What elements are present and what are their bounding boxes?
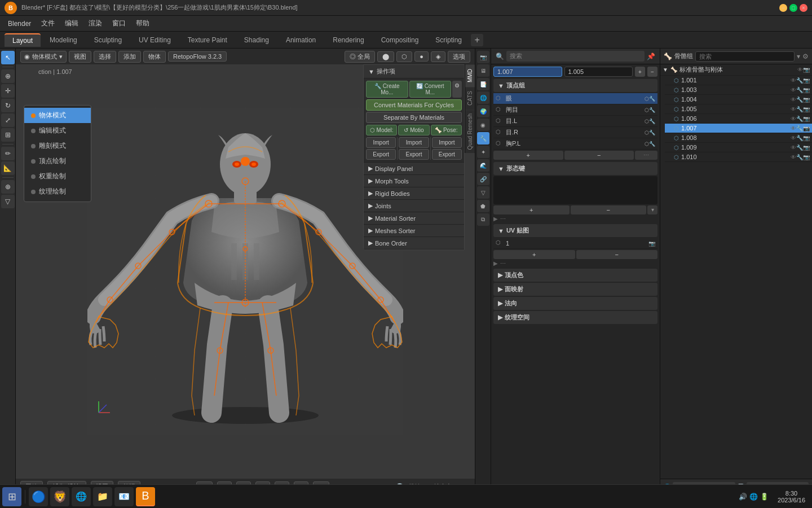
cursor-tool[interactable]: ⊕: [1, 69, 15, 83]
vis-icon[interactable]: 👁: [791, 116, 796, 122]
bone-order-header[interactable]: ▶ Bone Order: [364, 237, 464, 249]
scene-props-icon[interactable]: 🌐: [477, 91, 489, 104]
uv-item-1[interactable]: ⬡ 1 📷: [493, 238, 657, 249]
export-pose-btn[interactable]: Export: [432, 149, 462, 160]
joints-header[interactable]: ▶ Joints: [364, 200, 464, 212]
menu-help[interactable]: 帮助: [131, 17, 154, 30]
outliner-filter-icon[interactable]: ▾: [797, 52, 800, 60]
shading-solid-btn[interactable]: ●: [414, 51, 429, 62]
vertex-color-header[interactable]: ▶ 顶点色: [493, 269, 657, 282]
rotate-tool[interactable]: ↻: [1, 99, 15, 112]
output-props-icon[interactable]: 🖥: [477, 64, 489, 77]
menu-render[interactable]: 渲染: [84, 17, 107, 30]
add-tool[interactable]: ⊕: [1, 180, 15, 194]
world-props-icon[interactable]: 🌍: [477, 105, 489, 117]
active-obj-name[interactable]: 1.007: [493, 67, 562, 77]
tab-mmd[interactable]: MMD: [465, 64, 475, 87]
remove-sk-btn[interactable]: −: [571, 205, 647, 214]
outliner-item-1003[interactable]: ⬡ 1.003 👁 🔧 📷: [665, 85, 812, 95]
outliner-item-1005[interactable]: ⬡ 1.005 👁 🔧 📷: [665, 104, 812, 114]
vg-item-chest-l[interactable]: ⬡ 胸P.L ⬡🔧: [493, 138, 657, 150]
modifier-name[interactable]: 1.005: [564, 67, 633, 77]
camera-icon[interactable]: 📷: [803, 77, 810, 84]
menu-edit[interactable]: 编辑: [60, 17, 83, 30]
tab-scripting[interactable]: Scripting: [427, 34, 470, 46]
vis-icon[interactable]: 👁: [791, 154, 796, 160]
mode-item-vertex-paint[interactable]: 顶点绘制: [24, 154, 91, 169]
vis-icon[interactable]: 👁: [791, 77, 796, 84]
convert-materials-button[interactable]: Convert Materials For Cycles: [366, 99, 462, 111]
camera-icon[interactable]: 📷: [803, 135, 810, 141]
vg-item-eye-l[interactable]: ⬡ 目.L ⬡🔧: [493, 116, 657, 127]
select-menu[interactable]: 选择: [94, 51, 116, 63]
tab-uv-editing[interactable]: UV Editing: [131, 34, 179, 46]
import-pose-btn[interactable]: Import: [432, 137, 462, 148]
particles-props-icon[interactable]: ✦: [477, 146, 489, 158]
vg-item-eye[interactable]: ⬡ 眼 ⬡🔧: [493, 93, 657, 104]
taskbar-app-2[interactable]: 🦁: [50, 487, 69, 506]
add-workspace-button[interactable]: +: [471, 34, 483, 46]
outliner-item-root[interactable]: ▼ 🦴 标准骨骼与刚体 👁 📷: [660, 64, 812, 76]
vis-icon[interactable]: 👁: [791, 87, 796, 93]
tab-animation[interactable]: Animation: [278, 34, 324, 46]
separate-by-materials-button[interactable]: Separate By Materials: [366, 112, 462, 123]
pose-tab[interactable]: 🦴 Pose:: [431, 125, 462, 135]
tab-shading[interactable]: Shading: [236, 34, 277, 46]
remove-uv-btn[interactable]: −: [576, 250, 658, 259]
normal-header[interactable]: ▶ 法向: [493, 297, 657, 310]
minimize-button[interactable]: −: [779, 4, 787, 12]
mode-item-object[interactable]: 物体模式: [24, 108, 91, 123]
viewport[interactable]: ◉ 物体模式 ▾ 视图 选择 添加 物体 RetopoFlow 3.2.3 ◎ …: [16, 49, 475, 494]
object-menu[interactable]: 物体: [143, 51, 166, 63]
motion-tab[interactable]: ↺ Motio: [398, 125, 429, 135]
tab-compositing[interactable]: Compositing: [373, 34, 427, 46]
menu-blender[interactable]: Blender: [3, 18, 36, 29]
render-props-icon[interactable]: 📷: [477, 51, 489, 63]
camera-icon[interactable]: 📷: [803, 125, 810, 132]
mode-item-texture-paint[interactable]: 纹理绘制: [24, 184, 91, 199]
camera-icon[interactable]: 📷: [803, 106, 810, 112]
sk-expand-btn[interactable]: ▶ ⋯: [493, 216, 657, 222]
vis-icon[interactable]: 👁: [791, 106, 796, 112]
render-icon[interactable]: 🔧: [796, 125, 803, 132]
outliner-item-1009[interactable]: ⬡ 1.009 👁 🔧 📷: [665, 143, 812, 152]
face-map-header[interactable]: ▶ 面映射: [493, 283, 657, 296]
transform-tool[interactable]: ⊞: [1, 128, 15, 142]
material-props-icon[interactable]: ⬟: [477, 200, 489, 212]
outliner-item-1006[interactable]: ⬡ 1.006 👁 🔧 📷: [665, 114, 812, 124]
add-uv-btn[interactable]: +: [493, 250, 575, 259]
material-sorter-header[interactable]: ▶ Material Sorter: [364, 212, 464, 225]
export-model-btn[interactable]: Export: [366, 149, 396, 160]
menu-file[interactable]: 文件: [37, 17, 59, 30]
overlay-btn[interactable]: ◎ 全局: [345, 51, 375, 63]
texture-props-icon[interactable]: ⧉: [477, 213, 489, 226]
shading-wire-btn[interactable]: ⬡: [396, 51, 412, 62]
camera-icon[interactable]: 📷: [803, 116, 810, 122]
vis-icon[interactable]: 👁: [791, 97, 796, 103]
meshes-sorter-header[interactable]: ▶ Meshes Sorter: [364, 225, 464, 237]
vg-options-btn[interactable]: ⋯: [635, 151, 657, 160]
mode-item-sculpt[interactable]: 雕刻模式: [24, 138, 91, 154]
camera-icon[interactable]: 📷: [803, 87, 810, 93]
addon-label[interactable]: RetopoFlow 3.2.3: [168, 51, 227, 62]
vis-icon[interactable]: 👁: [791, 135, 796, 141]
taskbar-app-6[interactable]: B: [136, 487, 155, 506]
vg-item-eye2[interactable]: ⬡ 闸目 ⬡🔧: [493, 104, 657, 116]
vis-icon[interactable]: 👁: [791, 144, 796, 151]
add-sk-btn[interactable]: +: [493, 205, 570, 214]
move-tool[interactable]: ✛: [1, 84, 15, 98]
extra-tool[interactable]: ▽: [1, 195, 15, 208]
object-props-icon[interactable]: ◉: [477, 119, 489, 131]
outliner-item-1007[interactable]: ⬡ 1.007 👁 🔧 📷: [665, 124, 812, 133]
render-icon[interactable]: 🔧: [796, 87, 803, 93]
mode-dropdown[interactable]: ◉ 物体模式 ▾: [20, 51, 67, 63]
shape-key-header[interactable]: ▼ 形态键: [493, 162, 657, 175]
menu-window[interactable]: 窗口: [108, 17, 130, 30]
tab-quad-remesh[interactable]: Quad Remesh: [465, 110, 475, 153]
annotate-tool[interactable]: ✏: [1, 147, 15, 160]
add-modifier-btn[interactable]: +: [635, 67, 645, 77]
remove-vg-btn[interactable]: −: [564, 151, 634, 160]
tab-rendering[interactable]: Rendering: [325, 34, 372, 46]
shading-btn[interactable]: ⬤: [377, 51, 394, 62]
render-icon[interactable]: 🔧: [796, 106, 803, 112]
